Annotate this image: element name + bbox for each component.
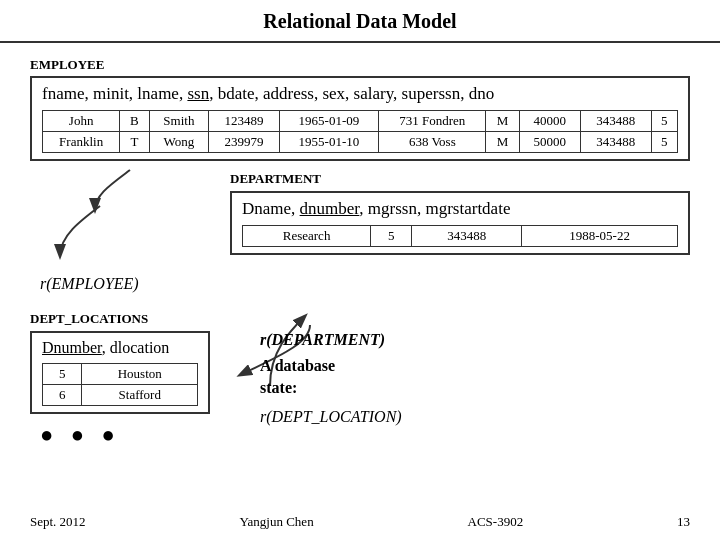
footer-date: Sept. 2012: [30, 514, 86, 530]
dept-locations-header: Dnumber, dlocation: [42, 339, 198, 357]
ssn-underline: ssn: [187, 84, 209, 103]
dnumber-underline: dnumber: [300, 199, 360, 218]
dept-locations-right: r(DEPARTMENT) A databasestate: r(DEPT_LO…: [230, 311, 690, 426]
table-cell: 6: [43, 385, 82, 406]
table-cell: 1988-05-22: [522, 226, 678, 247]
table-cell: 239979: [209, 132, 279, 153]
table-cell: T: [120, 132, 149, 153]
footer-course: ACS-3902: [468, 514, 524, 530]
table-cell: 638 Voss: [379, 132, 486, 153]
table-cell: 343488: [581, 111, 651, 132]
table-cell: Smith: [149, 111, 209, 132]
r-dept-location-label: r(DEPT_LOCATION): [260, 408, 690, 426]
dept-locations-label: DEPT_LOCATIONS: [30, 311, 230, 327]
table-cell: 343488: [412, 226, 522, 247]
table-cell: 731 Fondren: [379, 111, 486, 132]
department-section-label: DEPARTMENT: [230, 171, 690, 187]
table-cell: 50000: [519, 132, 581, 153]
r-employee-area: r(EMPLOYEE): [30, 171, 230, 293]
table-row: 6 Stafford: [43, 385, 198, 406]
footer-page: 13: [677, 514, 690, 530]
table-cell: 1965-01-09: [279, 111, 379, 132]
middle-section: r(EMPLOYEE) DEPARTMENT Dname, dnumber, m…: [30, 171, 690, 293]
table-cell: 5: [371, 226, 412, 247]
page-title: Relational Data Model: [0, 0, 720, 43]
table-cell: 5: [651, 132, 677, 153]
table-cell: 343488: [581, 132, 651, 153]
table-cell: Franklin: [43, 132, 120, 153]
table-row: 5 Houston: [43, 364, 198, 385]
employee-section-label: EMPLOYEE: [30, 57, 690, 73]
table-cell: M: [486, 111, 519, 132]
employee-header: fname, minit, lname, ssn, bdate, address…: [42, 84, 678, 104]
dept-locations-section: DEPT_LOCATIONS Dnumber, dlocation 5 Hous…: [30, 311, 690, 448]
table-cell: John: [43, 111, 120, 132]
table-cell: B: [120, 111, 149, 132]
ellipsis: ● ● ●: [40, 422, 230, 448]
department-area: DEPARTMENT Dname, dnumber, mgrssn, mgrst…: [230, 171, 690, 255]
table-cell: Stafford: [82, 385, 198, 406]
employee-table: John B Smith 123489 1965-01-09 731 Fondr…: [42, 110, 678, 153]
dnumber-loc-underline: Dnumber: [42, 339, 102, 356]
r-employee-label: r(EMPLOYEE): [40, 275, 230, 293]
table-cell: 5: [43, 364, 82, 385]
department-box: Dname, dnumber, mgrssn, mgrstartdate Res…: [230, 191, 690, 255]
table-cell: 40000: [519, 111, 581, 132]
dept-locations-left: DEPT_LOCATIONS Dnumber, dlocation 5 Hous…: [30, 311, 230, 448]
r-department-label: r(DEPARTMENT): [260, 331, 690, 349]
department-table: Research 5 343488 1988-05-22: [242, 225, 678, 247]
table-cell: 5: [651, 111, 677, 132]
footer-author: Yangjun Chen: [239, 514, 313, 530]
table-row: John B Smith 123489 1965-01-09 731 Fondr…: [43, 111, 678, 132]
table-cell: Houston: [82, 364, 198, 385]
table-row: Franklin T Wong 239979 1955-01-10 638 Vo…: [43, 132, 678, 153]
table-row: Research 5 343488 1988-05-22: [243, 226, 678, 247]
table-cell: M: [486, 132, 519, 153]
employee-box: fname, minit, lname, ssn, bdate, address…: [30, 76, 690, 161]
table-cell: Wong: [149, 132, 209, 153]
table-cell: 1955-01-10: [279, 132, 379, 153]
department-header: Dname, dnumber, mgrssn, mgrstartdate: [242, 199, 678, 219]
table-cell: Research: [243, 226, 371, 247]
dept-locations-box: Dnumber, dlocation 5 Houston 6 Stafford: [30, 331, 210, 414]
dept-locations-table: 5 Houston 6 Stafford: [42, 363, 198, 406]
a-database-state: A databasestate:: [260, 355, 690, 400]
table-cell: 123489: [209, 111, 279, 132]
footer: Sept. 2012 Yangjun Chen ACS-3902 13: [0, 514, 720, 530]
